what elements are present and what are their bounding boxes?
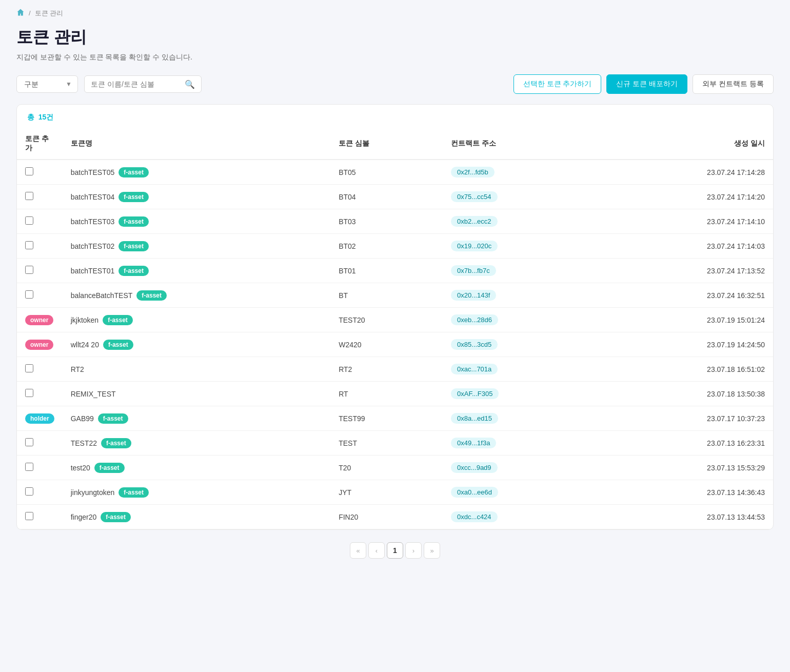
contract-address[interactable]: 0xa0...ee6d <box>451 487 498 498</box>
new-token-button[interactable]: 신규 토큰 배포하기 <box>606 74 687 94</box>
contract-address[interactable]: 0x20...143f <box>451 290 496 301</box>
row-symbol-cell: BT03 <box>330 209 443 234</box>
table-row: REMIX_TEST RT 0xAF...F305 23.07.18 13:50… <box>17 382 773 406</box>
search-wrapper: 🔍 <box>84 75 202 93</box>
row-address-cell: 0xcc...9ad9 <box>443 456 596 480</box>
row-checkbox[interactable] <box>25 463 33 471</box>
row-checkbox[interactable] <box>25 241 33 249</box>
row-badge-cell[interactable] <box>17 480 63 505</box>
token-name: batchTEST03 <box>71 218 115 226</box>
external-contract-button[interactable]: 외부 컨트랙트 등록 <box>693 74 774 94</box>
prev-page-button[interactable]: ‹ <box>368 542 385 559</box>
fasset-badge: f-asset <box>118 216 149 227</box>
table-row: RT2 RT2 0xac...701a 23.07.18 16:51:02 <box>17 357 773 382</box>
row-badge-cell[interactable] <box>17 160 63 185</box>
token-name: test20 <box>71 464 90 472</box>
contract-address[interactable]: 0xeb...28d6 <box>451 314 498 325</box>
row-checkbox[interactable] <box>25 389 33 397</box>
row-checkbox[interactable] <box>25 167 33 175</box>
home-icon[interactable] <box>16 8 25 18</box>
contract-address[interactable]: 0x8a...ed15 <box>451 413 498 424</box>
row-badge-cell[interactable] <box>17 259 63 283</box>
table-row: balanceBatchTEST f-asset BT 0x20...143f … <box>17 283 773 308</box>
row-symbol-cell: TEST99 <box>330 406 443 431</box>
fasset-badge: f-asset <box>103 315 133 325</box>
table-row: holder GAB99 f-asset TEST99 0x8a...ed15 … <box>17 406 773 431</box>
fasset-badge: f-asset <box>118 266 149 276</box>
contract-address[interactable]: 0xAF...F305 <box>451 388 499 399</box>
contract-address[interactable]: 0xdc...c424 <box>451 511 498 522</box>
col-token-symbol: 토큰 심볼 <box>330 128 443 160</box>
row-name-cell: GAB99 f-asset <box>63 406 331 431</box>
table-row: jinkyungtoken f-asset JYT 0xa0...ee6d 23… <box>17 480 773 505</box>
row-badge-cell[interactable] <box>17 234 63 259</box>
row-checkbox[interactable] <box>25 438 33 446</box>
contract-address[interactable]: 0x85...3cd5 <box>451 339 498 350</box>
breadcrumb-separator: / <box>29 9 31 17</box>
contract-address[interactable]: 0x75...cc54 <box>451 191 498 202</box>
table-row: batchTEST01 f-asset BT01 0x7b...fb7c 23.… <box>17 259 773 283</box>
row-badge-cell[interactable] <box>17 431 63 456</box>
row-checkbox[interactable] <box>25 487 33 496</box>
row-badge-cell[interactable] <box>17 185 63 209</box>
fasset-badge: f-asset <box>101 512 131 522</box>
row-badge-cell: owner <box>17 308 63 332</box>
token-name: batchTEST01 <box>71 267 115 275</box>
row-badge-cell[interactable] <box>17 456 63 480</box>
token-name: TEST22 <box>71 439 97 447</box>
col-token-name: 토큰명 <box>63 128 331 160</box>
fasset-badge: f-asset <box>118 487 149 498</box>
token-name: wllt24 20 <box>71 341 99 349</box>
contract-address[interactable]: 0xcc...9ad9 <box>451 462 498 473</box>
token-name: REMIX_TEST <box>71 390 116 398</box>
row-badge-cell[interactable] <box>17 209 63 234</box>
row-badge-cell[interactable] <box>17 283 63 308</box>
table-row: batchTEST03 f-asset BT03 0xb2...ecc2 23.… <box>17 209 773 234</box>
search-icon: 🔍 <box>185 80 195 89</box>
search-input[interactable] <box>91 76 185 92</box>
row-symbol-cell: TEST <box>330 431 443 456</box>
row-badge-cell[interactable] <box>17 505 63 529</box>
row-badge-cell[interactable] <box>17 357 63 382</box>
contract-address[interactable]: 0x49...1f3a <box>451 438 496 448</box>
row-checkbox[interactable] <box>25 192 33 200</box>
page-1-button[interactable]: 1 <box>387 542 403 559</box>
toolbar: 구분 ▼ 🔍 선택한 토큰 추가하기 신규 토큰 배포하기 외부 컨트랙트 등록 <box>0 74 790 104</box>
table-row: batchTEST02 f-asset BT02 0x19...020c 23.… <box>17 234 773 259</box>
row-address-cell: 0x49...1f3a <box>443 431 596 456</box>
contract-address[interactable]: 0xac...701a <box>451 364 498 374</box>
row-created-cell: 23.07.24 16:32:51 <box>596 283 773 308</box>
row-checkbox[interactable] <box>25 364 33 372</box>
row-symbol-cell: RT2 <box>330 357 443 382</box>
row-symbol-cell: W2420 <box>330 332 443 357</box>
row-checkbox[interactable] <box>25 266 33 274</box>
row-address-cell: 0x8a...ed15 <box>443 406 596 431</box>
first-page-button[interactable]: « <box>350 542 366 559</box>
table-header-row: 토큰 추가 토큰명 토큰 심볼 컨트랙트 주소 생성 일시 <box>17 128 773 160</box>
category-select[interactable]: 구분 <box>16 75 78 93</box>
row-checkbox[interactable] <box>25 290 33 299</box>
fasset-badge: f-asset <box>94 463 125 473</box>
row-created-cell: 23.07.13 15:53:29 <box>596 456 773 480</box>
row-created-cell: 23.07.19 15:01:24 <box>596 308 773 332</box>
add-selected-button[interactable]: 선택한 토큰 추가하기 <box>514 74 602 94</box>
row-symbol-cell: BT02 <box>330 234 443 259</box>
pagination: « ‹ 1 › » <box>0 530 790 575</box>
contract-address[interactable]: 0x19...020c <box>451 241 498 251</box>
last-page-button[interactable]: » <box>424 542 440 559</box>
next-page-button[interactable]: › <box>405 542 422 559</box>
row-created-cell: 23.07.24 17:14:10 <box>596 209 773 234</box>
contract-address[interactable]: 0x2f...fd5b <box>451 167 495 177</box>
row-name-cell: batchTEST04 f-asset <box>63 185 331 209</box>
contract-address[interactable]: 0xb2...ecc2 <box>451 216 498 227</box>
row-checkbox[interactable] <box>25 216 33 225</box>
page-title: 토큰 관리 <box>16 26 774 49</box>
row-badge-cell: holder <box>17 406 63 431</box>
fasset-badge: f-asset <box>118 167 149 177</box>
row-badge-cell[interactable] <box>17 382 63 406</box>
fasset-badge: f-asset <box>136 290 167 301</box>
category-select-wrapper: 구분 ▼ <box>16 75 78 93</box>
row-checkbox[interactable] <box>25 512 33 520</box>
token-table: 토큰 추가 토큰명 토큰 심볼 컨트랙트 주소 생성 일시 batchTEST0… <box>17 128 773 529</box>
contract-address[interactable]: 0x7b...fb7c <box>451 265 496 276</box>
